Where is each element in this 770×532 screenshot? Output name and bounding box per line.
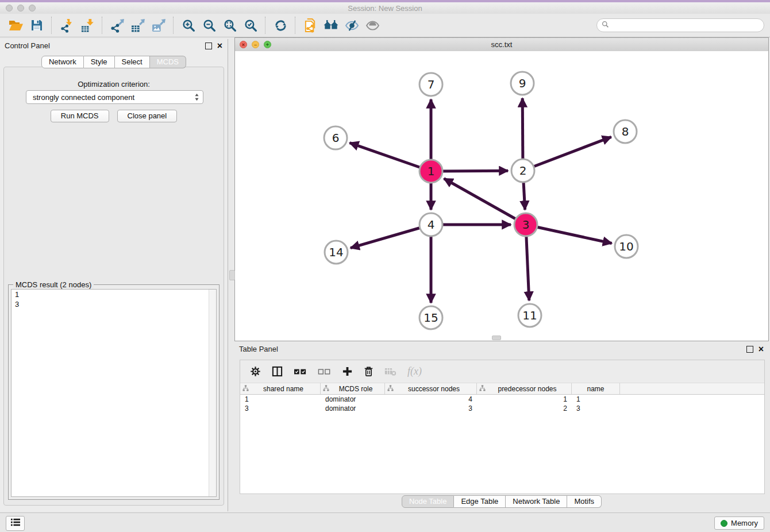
- graph-node-6[interactable]: 6: [324, 126, 347, 149]
- zoom-in-icon[interactable]: [178, 16, 199, 34]
- mcds-result-list[interactable]: 13: [11, 289, 217, 497]
- table-settings-icon[interactable]: [250, 366, 261, 377]
- graph-edge-3-10[interactable]: [526, 225, 612, 244]
- zoom-out-icon[interactable]: [199, 16, 220, 34]
- search-box[interactable]: [596, 18, 764, 32]
- table-cell: 1: [572, 395, 620, 404]
- column-header-name[interactable]: name: [572, 383, 620, 394]
- memory-button[interactable]: Memory: [714, 516, 764, 530]
- tab-select[interactable]: Select: [115, 56, 150, 68]
- refresh-icon[interactable]: [270, 16, 291, 34]
- table-cell: 3: [572, 404, 620, 413]
- column-header-successor-nodes[interactable]: successor nodes: [385, 383, 477, 394]
- table-cell: 3: [385, 404, 477, 413]
- home-icon[interactable]: [321, 16, 341, 34]
- export-network-icon[interactable]: [107, 16, 128, 34]
- float-table-panel-icon[interactable]: [746, 346, 753, 353]
- tab-node-table[interactable]: Node Table: [402, 495, 455, 508]
- import-network-icon[interactable]: [56, 16, 77, 34]
- search-icon: [602, 20, 609, 30]
- network-graph[interactable]: 7968124314101511: [235, 51, 768, 341]
- graph-node-9[interactable]: 9: [511, 72, 534, 95]
- export-table-icon[interactable]: [128, 16, 148, 34]
- new-network-file-icon[interactable]: [300, 16, 321, 34]
- add-column-icon[interactable]: [342, 366, 353, 377]
- result-scrollbar[interactable]: [209, 290, 216, 496]
- tab-style[interactable]: Style: [84, 56, 115, 68]
- graph-node-1[interactable]: 1: [419, 160, 442, 183]
- network-close-button[interactable]: ×: [240, 41, 247, 48]
- mcds-buttons: Run MCDS Close panel: [4, 110, 224, 122]
- horizontal-split-handle[interactable]: [492, 336, 501, 340]
- column-header-mcds-role[interactable]: MCDS role: [321, 383, 385, 394]
- network-canvas[interactable]: 7968124314101511: [235, 51, 768, 341]
- search-input[interactable]: [613, 21, 759, 30]
- toolbar-separator: [173, 17, 174, 34]
- toolbar-separator: [295, 17, 296, 34]
- svg-text:2: 2: [519, 164, 527, 178]
- graph-node-3[interactable]: 3: [514, 213, 537, 236]
- unselect-all-columns-icon[interactable]: [318, 368, 331, 376]
- control-panel: Control Panel × NetworkStyleSelectMCDS O…: [0, 39, 228, 511]
- graph-node-15[interactable]: 15: [419, 306, 442, 329]
- zoom-fit-icon[interactable]: [220, 16, 240, 34]
- table-row[interactable]: 1dominator411: [240, 395, 764, 404]
- table-body: 1dominator4113dominator323: [240, 395, 764, 413]
- graph-node-4[interactable]: 4: [419, 213, 442, 236]
- column-header-shared-name[interactable]: shared name: [240, 383, 321, 394]
- open-file-icon[interactable]: [6, 16, 26, 34]
- graph-node-8[interactable]: 8: [614, 120, 637, 143]
- mcds-result-box: MCDS result (2 nodes) 13: [8, 284, 220, 500]
- network-view-window: scc.txt × – + 7968124314101511: [234, 37, 769, 341]
- show-columns-icon[interactable]: [272, 366, 283, 377]
- svg-text:6: 6: [332, 131, 340, 145]
- delete-column-icon[interactable]: [364, 366, 374, 377]
- export-image-icon[interactable]: [148, 16, 169, 34]
- table-cell: 2: [477, 404, 572, 413]
- close-table-panel-icon[interactable]: ×: [759, 346, 764, 353]
- network-window-titlebar[interactable]: scc.txt × – +: [235, 38, 768, 52]
- zoom-selected-icon[interactable]: [240, 16, 261, 34]
- tab-network-table[interactable]: Network Table: [506, 495, 567, 508]
- graph-node-14[interactable]: 14: [325, 241, 348, 264]
- column-label: name: [574, 385, 617, 393]
- table-cell: 4: [385, 395, 477, 404]
- tab-edge-table[interactable]: Edge Table: [454, 495, 506, 508]
- float-panel-icon[interactable]: [205, 43, 212, 49]
- status-menu-button[interactable]: [6, 516, 25, 531]
- close-panel-button[interactable]: Close panel: [117, 110, 178, 122]
- svg-text:10: 10: [619, 240, 633, 253]
- criterion-dropdown[interactable]: strongly connected component: [26, 90, 203, 104]
- network-maximize-button[interactable]: +: [264, 41, 271, 48]
- column-sort-icon: [242, 385, 249, 393]
- save-session-icon[interactable]: [26, 16, 47, 34]
- graph-edge-2-8[interactable]: [523, 137, 611, 171]
- run-mcds-button[interactable]: Run MCDS: [51, 110, 109, 122]
- svg-text:7: 7: [428, 78, 435, 91]
- function-builder-icon: f(x): [407, 365, 422, 377]
- delete-table-icon: [384, 367, 396, 376]
- table-row[interactable]: 3dominator323: [240, 404, 764, 413]
- tab-mcds[interactable]: MCDS: [150, 56, 186, 68]
- import-table-icon[interactable]: [77, 16, 98, 34]
- hide-details-icon[interactable]: [341, 16, 362, 34]
- graph-node-2[interactable]: 2: [511, 159, 534, 182]
- svg-text:11: 11: [522, 309, 537, 322]
- vertical-split-handle[interactable]: [229, 270, 235, 280]
- network-minimize-button[interactable]: –: [252, 41, 259, 48]
- graph-node-7[interactable]: 7: [419, 73, 442, 96]
- graph-edge-3-1[interactable]: [444, 179, 526, 225]
- birdseye-icon[interactable]: [362, 16, 383, 34]
- mcds-panel: Optimization criterion: strongly connect…: [3, 67, 224, 506]
- graph-edge-1-6[interactable]: [350, 143, 432, 171]
- tab-network[interactable]: Network: [41, 56, 84, 68]
- column-header-predecessor-nodes[interactable]: predecessor nodes: [477, 383, 572, 394]
- table-cell: 3: [240, 404, 321, 413]
- tab-motifs[interactable]: Motifs: [567, 495, 602, 508]
- column-sort-icon: [479, 385, 486, 393]
- graph-node-11[interactable]: 11: [518, 304, 541, 327]
- close-panel-icon[interactable]: ×: [217, 43, 222, 49]
- graph-node-10[interactable]: 10: [615, 235, 638, 258]
- graph-edge-4-14[interactable]: [351, 225, 431, 248]
- select-all-columns-icon[interactable]: [294, 368, 307, 376]
